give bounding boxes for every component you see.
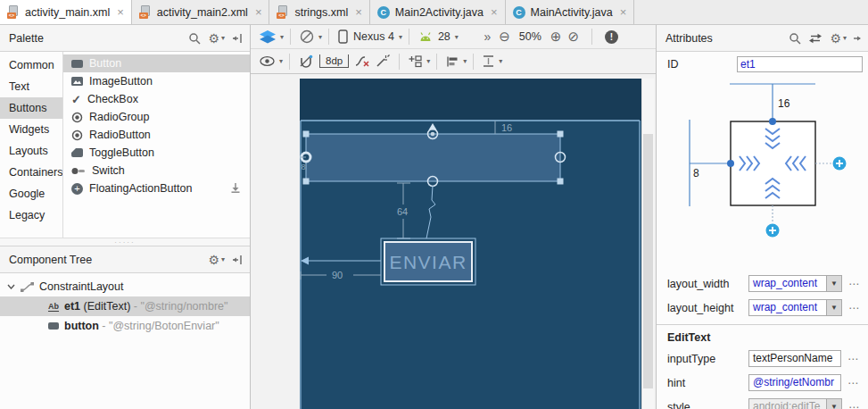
- dropdown-arrow-icon[interactable]: ▼: [827, 398, 842, 409]
- default-margin-button[interactable]: 8dp: [319, 54, 349, 68]
- dock-icon[interactable]: [854, 33, 861, 44]
- tree-node-constraintlayout[interactable]: ConstraintLayout: [0, 277, 250, 296]
- clear-constraints-icon[interactable]: [355, 54, 370, 68]
- more-button[interactable]: ⋯: [848, 278, 860, 290]
- distribute-icon[interactable]: [483, 55, 494, 67]
- tab-strings-xml[interactable]: <> strings.xml ×: [269, 0, 369, 24]
- dropdown-arrow-icon[interactable]: ▾: [399, 33, 402, 41]
- palette-item-radiogroup[interactable]: RadioGroup: [63, 108, 250, 126]
- palette-category-layouts[interactable]: Layouts: [0, 140, 62, 162]
- view-options-icon[interactable]: [260, 56, 275, 66]
- palette-category-containers[interactable]: Containers: [0, 162, 62, 183]
- attr-label: hint: [667, 377, 748, 389]
- palette-item-imagebutton[interactable]: ImageButton: [63, 72, 250, 90]
- left-anchor[interactable]: [727, 160, 734, 167]
- java-class-icon: C: [377, 6, 390, 19]
- align-icon[interactable]: [446, 56, 459, 67]
- inputtype-field[interactable]: textPersonName: [748, 350, 841, 367]
- palette-item-fab[interactable]: + FloatingActionButton: [63, 179, 250, 197]
- zoom-out-button[interactable]: ⊖: [499, 29, 510, 45]
- tab-label: strings.xml: [294, 6, 348, 19]
- dropdown-arrow-icon[interactable]: ▼: [827, 299, 842, 316]
- gear-icon[interactable]: ⚙▾: [830, 31, 847, 46]
- layout-width-combo[interactable]: wrap_content ▼: [748, 275, 842, 292]
- widget-margin-top[interactable]: 16: [778, 97, 790, 110]
- edittext-section-title: EditText: [657, 324, 868, 346]
- palette-category-text[interactable]: Text: [0, 76, 62, 97]
- tree-node-value: - "@string/BotonEnviar": [102, 320, 219, 332]
- tree-node-et1[interactable]: Ab et1 (EditText) - "@string/nombre": [0, 296, 250, 316]
- panel-splitter[interactable]: ·····: [0, 238, 250, 246]
- design-surface-icon[interactable]: [260, 30, 276, 44]
- tab-mainactivity-java[interactable]: C MainActivity.java ×: [506, 0, 635, 24]
- search-icon[interactable]: [188, 32, 201, 45]
- more-button[interactable]: ⋯: [847, 353, 859, 365]
- tree-node-button[interactable]: button - "@string/BotonEnviar": [0, 316, 250, 336]
- dropdown-arrow-icon[interactable]: ▼: [827, 275, 842, 292]
- style-row: style android:editTe ▼ ⋯: [657, 397, 868, 409]
- layout-height-combo[interactable]: wrap_content ▼: [748, 299, 842, 316]
- dropdown-arrow-icon[interactable]: ▾: [463, 57, 467, 65]
- close-icon[interactable]: ×: [620, 5, 627, 19]
- palette-category-widgets[interactable]: Widgets: [0, 119, 62, 140]
- search-icon[interactable]: [789, 32, 801, 45]
- close-icon[interactable]: ×: [117, 5, 124, 19]
- image-button-icon: [71, 77, 83, 86]
- constraint-inspector[interactable]: 16 8: [657, 77, 868, 271]
- palette-category-common[interactable]: Common: [0, 54, 62, 76]
- swap-view-icon[interactable]: [808, 33, 823, 44]
- layout-canvas[interactable]: 16 8 64 ENVIAR: [300, 79, 641, 409]
- palette-item-switch[interactable]: Switch: [63, 162, 250, 179]
- zoom-in-button[interactable]: ⊕: [550, 29, 562, 45]
- device-icon: [338, 29, 348, 44]
- dock-icon[interactable]: [232, 33, 243, 44]
- close-icon[interactable]: ×: [491, 5, 498, 19]
- widget-margin-left[interactable]: 8: [693, 167, 699, 179]
- orientation-icon[interactable]: [300, 29, 314, 44]
- autoconnect-icon[interactable]: [299, 54, 313, 68]
- download-icon[interactable]: [230, 182, 241, 196]
- dropdown-arrow-icon[interactable]: ▾: [499, 57, 502, 65]
- component-tree-header: Component Tree ⚙▾: [0, 246, 250, 273]
- tab-activity-main-xml[interactable]: <> activity_main.xml ×: [0, 0, 132, 24]
- style-combo[interactable]: android:editTe ▼: [748, 398, 842, 409]
- hint-field[interactable]: @string/etNombr: [748, 374, 841, 391]
- scrollbar-thumb[interactable]: [643, 134, 653, 388]
- palette-category-buttons[interactable]: Buttons: [0, 97, 62, 119]
- tab-activity-main2-xml[interactable]: <> activity_main2.xml ×: [132, 0, 270, 24]
- palette-category-google[interactable]: Google: [0, 183, 62, 204]
- infer-constraints-icon[interactable]: [376, 54, 390, 68]
- more-button[interactable]: ⋯: [847, 377, 859, 389]
- dropdown-arrow-icon[interactable]: ▾: [455, 33, 459, 41]
- combo-value: wrap_content: [748, 275, 827, 292]
- top-anchor[interactable]: [769, 118, 776, 125]
- gear-icon[interactable]: ⚙▾: [208, 253, 225, 267]
- palette-category-legacy[interactable]: Legacy: [0, 204, 62, 226]
- palette-item-checkbox[interactable]: ✓ CheckBox: [63, 90, 250, 108]
- tab-main2activity-java[interactable]: C Main2Activity.java ×: [370, 0, 506, 24]
- checkbox-icon: ✓: [71, 93, 81, 106]
- dropdown-arrow-icon[interactable]: ▾: [280, 33, 284, 41]
- close-icon[interactable]: ×: [355, 5, 362, 19]
- gear-icon[interactable]: ⚙▾: [208, 31, 225, 46]
- more-button[interactable]: ⋯: [848, 302, 860, 314]
- api-level-selector[interactable]: 28: [438, 30, 451, 43]
- id-input[interactable]: [737, 56, 863, 72]
- palette-item-button[interactable]: Button: [63, 54, 250, 72]
- toolbar-overflow-icon[interactable]: »: [484, 29, 491, 44]
- palette-item-togglebutton[interactable]: ToggleButton: [63, 144, 250, 162]
- zoom-fit-button[interactable]: ⊘: [567, 29, 579, 45]
- palette-item-radiobutton[interactable]: RadioButton: [63, 126, 250, 144]
- more-button[interactable]: ⋯: [848, 401, 860, 409]
- canvas-vertical-scrollbar[interactable]: [641, 79, 654, 409]
- dock-icon[interactable]: [232, 255, 243, 265]
- dropdown-arrow-icon[interactable]: ▾: [279, 57, 283, 65]
- dropdown-arrow-icon[interactable]: ▾: [318, 33, 322, 41]
- chevron-down-icon[interactable]: [7, 284, 15, 289]
- close-icon[interactable]: ×: [255, 5, 262, 19]
- device-selector[interactable]: Nexus 4: [353, 30, 394, 43]
- dropdown-arrow-icon[interactable]: ▾: [426, 57, 430, 65]
- guidelines-icon[interactable]: [409, 55, 422, 68]
- button-widget[interactable]: ENVIAR: [381, 238, 475, 285]
- errors-warnings-icon[interactable]: !: [605, 30, 618, 44]
